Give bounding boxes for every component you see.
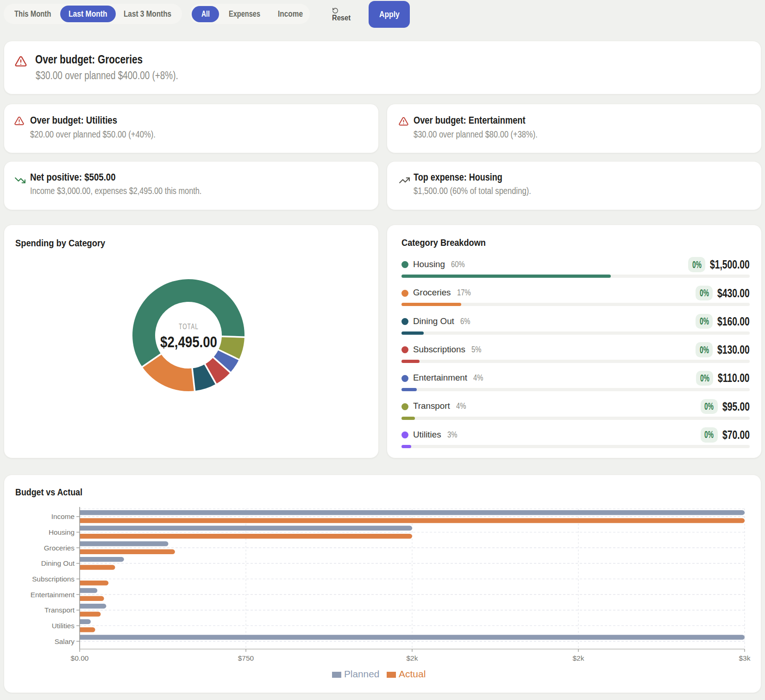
svg-text:$3k: $3k: [739, 654, 751, 662]
svg-text:Income: Income: [51, 512, 75, 520]
svg-text:Dining Out: Dining Out: [41, 559, 75, 567]
svg-text:$2k: $2k: [573, 654, 584, 662]
svg-text:Subscriptions: Subscriptions: [32, 575, 75, 583]
svg-text:$750: $750: [238, 654, 254, 662]
svg-text:Salary: Salary: [55, 638, 75, 645]
svg-text:Housing: Housing: [49, 528, 75, 536]
svg-text:$0.00: $0.00: [71, 654, 89, 662]
svg-text:Groceries: Groceries: [44, 544, 75, 552]
svg-text:Utilities: Utilities: [52, 622, 75, 630]
svg-text:Entertainment: Entertainment: [31, 591, 75, 599]
svg-text:$2k: $2k: [407, 654, 418, 662]
svg-text:Transport: Transport: [44, 606, 75, 614]
